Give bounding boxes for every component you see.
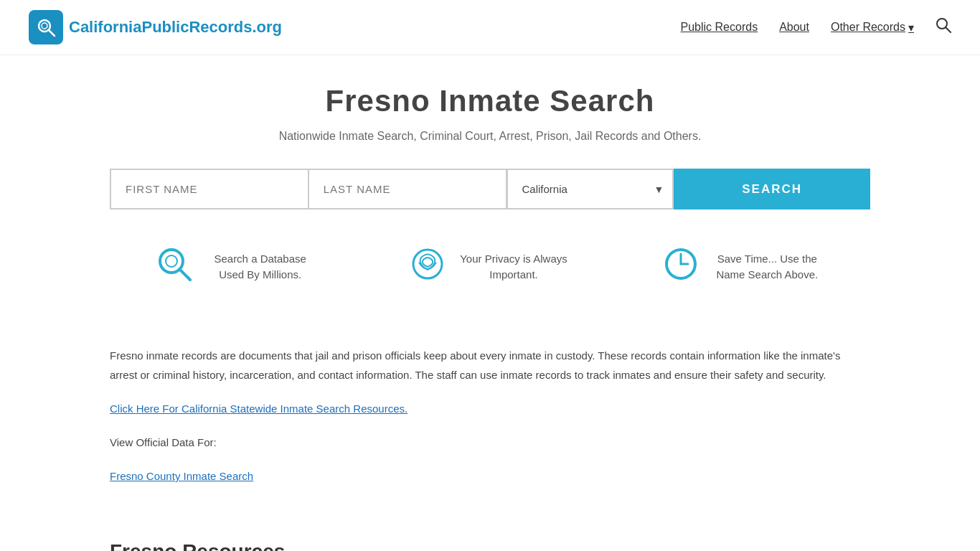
svg-line-1 — [49, 30, 55, 36]
logo[interactable]: CaliforniaPublicRecords.org — [29, 10, 282, 44]
state-select[interactable]: All States Alabama Alaska Arizona Arkans… — [507, 169, 674, 209]
clock-icon — [662, 245, 699, 288]
svg-point-2 — [42, 23, 47, 29]
feature-database-text: Search a Database Used By Millions. — [203, 251, 318, 283]
search-icon[interactable] — [936, 17, 951, 37]
feature-database: Search a Database Used By Millions. — [156, 245, 318, 288]
feature-time-text: Save Time... Use the Name Search Above. — [710, 251, 824, 283]
search-feature-icon — [156, 245, 193, 288]
fingerprint-icon — [409, 245, 446, 288]
svg-point-7 — [166, 255, 177, 267]
search-button[interactable]: SEARCH — [674, 169, 870, 209]
features-row: Search a Database Used By Millions. Your… — [110, 238, 870, 296]
navigation: Public Records About Other Records ▾ — [681, 17, 951, 37]
svg-line-4 — [946, 28, 951, 33]
nav-public-records[interactable]: Public Records — [681, 21, 758, 34]
logo-text: CaliforniaPublicRecords.org — [69, 18, 282, 37]
search-form: All States Alabama Alaska Arizona Arkans… — [110, 169, 870, 209]
svg-line-6 — [179, 269, 190, 280]
feature-privacy: Your Privacy is Always Important. — [409, 245, 571, 288]
nav-other-records[interactable]: Other Records ▾ — [831, 21, 914, 34]
view-official-label: View Official Data For: — [110, 433, 870, 452]
header: CaliforniaPublicRecords.org Public Recor… — [0, 0, 980, 55]
page-title: Fresno Inmate Search — [110, 84, 870, 118]
first-name-input[interactable] — [110, 169, 308, 209]
page-subtitle: Nationwide Inmate Search, Criminal Court… — [110, 130, 870, 143]
state-select-wrapper: All States Alabama Alaska Arizona Arkans… — [507, 169, 674, 209]
last-name-input[interactable] — [308, 169, 507, 209]
resources-title: Fresno Resources. — [110, 540, 870, 551]
resources-section: Fresno Resources. Fresno Police Departme… — [110, 540, 870, 551]
content-section: Fresno inmate records are documents that… — [110, 331, 870, 514]
feature-privacy-text: Your Privacy is Always Important. — [456, 251, 571, 283]
main-content: Fresno Inmate Search Nationwide Inmate S… — [95, 55, 885, 551]
feature-time: Save Time... Use the Name Search Above. — [662, 245, 824, 288]
statewide-link[interactable]: Click Here For California Statewide Inma… — [110, 402, 407, 415]
nav-about[interactable]: About — [779, 21, 809, 34]
content-paragraph: Fresno inmate records are documents that… — [110, 346, 870, 385]
logo-icon — [29, 10, 63, 44]
chevron-down-icon: ▾ — [908, 21, 914, 34]
county-link[interactable]: Fresno County Inmate Search — [110, 470, 253, 482]
